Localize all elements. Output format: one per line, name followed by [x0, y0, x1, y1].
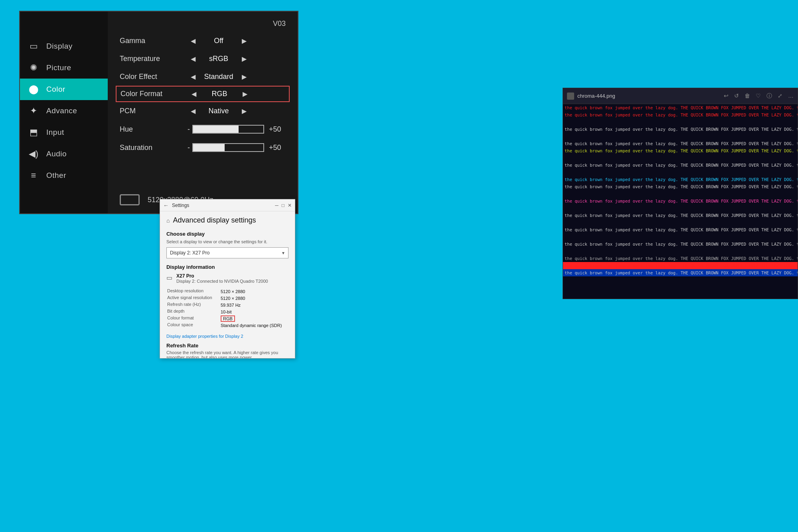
osd-content: V03 Gamma ◀ Off ▶ Temperature ◀ sRGB ▶ C…: [108, 12, 298, 213]
saturation-slider-container: - +50: [188, 143, 286, 152]
hue-slider-fill: [193, 126, 239, 133]
input-icon: ⬒: [28, 127, 39, 138]
pcm-right-arrow[interactable]: ▶: [242, 107, 247, 115]
expand-icon[interactable]: ⤢: [778, 93, 782, 100]
saturation-slider-fill: [193, 144, 225, 151]
monitor-name: X27 Pro: [176, 273, 268, 279]
color-effect-label: Color Effect: [120, 73, 188, 81]
color-format-label: Color Format: [120, 90, 188, 98]
chroma-line: the quick brown fox jumped over the lazy…: [563, 104, 798, 111]
color-effect-left-arrow[interactable]: ◀: [191, 73, 196, 81]
monitor-details: X27 Pro Display 2: Connected to NVIDIA Q…: [176, 273, 268, 284]
delete-icon[interactable]: 🗑: [745, 93, 750, 100]
hue-dash: -: [188, 125, 190, 134]
chroma-line: the quick brown fox jumped over the lazy…: [563, 140, 798, 147]
chroma-line: the quick brown fox jumped over the lazy…: [563, 212, 798, 219]
pcm-left-arrow[interactable]: ◀: [191, 107, 196, 115]
osd-row-gamma: Gamma ◀ Off ▶: [120, 32, 286, 50]
redo-icon[interactable]: ↺: [734, 93, 739, 100]
info-field-label: Active signal resolution: [167, 295, 220, 301]
osd-menu-other-label: Other: [46, 171, 66, 180]
temperature-right-arrow[interactable]: ▶: [242, 55, 247, 63]
chroma-line: the quick brown fox jumped over the lazy…: [563, 226, 798, 233]
chroma-line: the quick brown fox jumped over the lazy…: [563, 162, 798, 169]
chroma-titlebar: chroma-444.png ↩ ↺ 🗑 ♡ ⓘ ⤢ …: [563, 88, 798, 104]
info-field-label: Refresh rate (Hz): [167, 302, 220, 308]
monitor-info-row: ▭ X27 Pro Display 2: Connected to NVIDIA…: [166, 273, 288, 284]
chroma-line: the quick brown fox jumped over the lazy…: [563, 262, 798, 269]
display-select[interactable]: Display 2: X27 Pro: [166, 247, 288, 258]
settings-window: ← Settings ─ □ ✕ ⌂ Advanced display sett…: [160, 199, 295, 359]
info-field-value: RGB: [221, 315, 288, 321]
temperature-value: sRGB: [199, 55, 239, 63]
osd-menu-audio-label: Audio: [46, 150, 67, 158]
info-table-row: Active signal resolution5120 × 2880: [167, 295, 288, 301]
settings-body: ⌂ Advanced display settings Choose displ…: [160, 211, 295, 358]
osd-menu-advance[interactable]: ✦ Advance: [20, 100, 108, 122]
info-table-row: Colour formatRGB: [167, 315, 288, 321]
hue-slider-track[interactable]: [192, 125, 264, 134]
osd-menu-color[interactable]: ⬤ Color: [20, 79, 108, 100]
pcm-value: Native: [199, 107, 239, 115]
osd-sidebar: ▭ Display ✺ Picture ⬤ Color ✦ Advance ⬒ …: [20, 12, 108, 213]
osd-panel: ▭ Display ✺ Picture ⬤ Color ✦ Advance ⬒ …: [19, 11, 298, 214]
osd-row-hue: Hue - +50: [120, 120, 286, 138]
info-field-label: Colour format: [167, 315, 220, 321]
minimize-button[interactable]: ─: [275, 203, 279, 208]
settings-back-button[interactable]: ←: [163, 202, 169, 209]
advance-icon: ✦: [28, 106, 39, 116]
chroma-line: [563, 133, 798, 140]
info-table-row: Colour spaceStandard dynamic range (SDR): [167, 322, 288, 328]
chroma-line: [563, 169, 798, 176]
gamma-left-arrow[interactable]: ◀: [191, 37, 196, 45]
osd-menu-input[interactable]: ⬒ Input: [20, 122, 108, 143]
chroma-line: [563, 190, 798, 197]
chroma-line: the quick brown fox jumped over the lazy…: [563, 197, 798, 205]
color-effect-right-arrow[interactable]: ▶: [242, 73, 247, 81]
favorite-icon[interactable]: ♡: [756, 93, 761, 100]
settings-titlebar: ← Settings ─ □ ✕: [160, 199, 295, 211]
temperature-left-arrow[interactable]: ◀: [191, 55, 196, 63]
osd-menu-picture-label: Picture: [46, 63, 71, 72]
adapter-properties-link[interactable]: Display adapter properties for Display 2: [166, 334, 243, 339]
info-icon[interactable]: ⓘ: [766, 93, 772, 100]
info-field-value: 5120 × 2880: [221, 288, 288, 294]
choose-display-desc: Select a display to view or change the s…: [166, 239, 288, 244]
refresh-rate-desc: Choose the refresh rate you want. A high…: [166, 350, 288, 358]
maximize-button[interactable]: □: [282, 203, 284, 208]
chroma-line: the quick brown fox jumped over the lazy…: [563, 183, 798, 190]
choose-display-title: Choose display: [166, 231, 288, 237]
info-table-row: Refresh rate (Hz)59.937 Hz: [167, 302, 288, 308]
osd-menu-input-label: Input: [46, 128, 64, 137]
more-icon[interactable]: …: [788, 93, 794, 100]
color-format-value: RGB: [200, 90, 239, 98]
temperature-label: Temperature: [120, 55, 188, 63]
chroma-line: the quick brown fox jumped over the lazy…: [563, 111, 798, 118]
osd-menu-audio[interactable]: ◀) Audio: [20, 143, 108, 165]
color-format-left-arrow[interactable]: ◀: [192, 90, 196, 98]
settings-page-title: ⌂ Advanced display settings: [166, 216, 288, 225]
gamma-right-arrow[interactable]: ▶: [242, 37, 247, 45]
info-field-value: 10-bit: [221, 309, 288, 315]
osd-row-color-effect: Color Effect ◀ Standard ▶: [120, 68, 286, 86]
settings-window-controls: ─ □ ✕: [275, 203, 292, 208]
other-icon: ≡: [28, 170, 39, 181]
saturation-slider-value: +50: [269, 144, 281, 152]
chroma-line: the quick brown fox jumped over the lazy…: [563, 126, 798, 133]
info-table-row: Desktop resolution5120 × 2880: [167, 288, 288, 294]
osd-menu-other[interactable]: ≡ Other: [20, 165, 108, 186]
undo-icon[interactable]: ↩: [724, 93, 729, 100]
chroma-toolbar[interactable]: ↩ ↺ 🗑 ♡ ⓘ ⤢ …: [724, 93, 794, 100]
saturation-slider-track[interactable]: [192, 143, 264, 152]
osd-menu-display[interactable]: ▭ Display: [20, 35, 108, 57]
osd-menu-color-label: Color: [46, 85, 65, 94]
close-button[interactable]: ✕: [288, 203, 292, 208]
chroma-content: the quick brown fox jumped over the lazy…: [563, 104, 798, 299]
hue-slider-value: +50: [269, 125, 281, 134]
osd-row-temperature: Temperature ◀ sRGB ▶: [120, 50, 286, 68]
info-field-value: 59.937 Hz: [221, 302, 288, 308]
monitor-sub: Display 2: Connected to NVIDIA Quadro T2…: [176, 279, 268, 284]
osd-menu-picture[interactable]: ✺ Picture: [20, 57, 108, 79]
chroma-line: [563, 233, 798, 240]
color-format-right-arrow[interactable]: ▶: [243, 90, 247, 98]
